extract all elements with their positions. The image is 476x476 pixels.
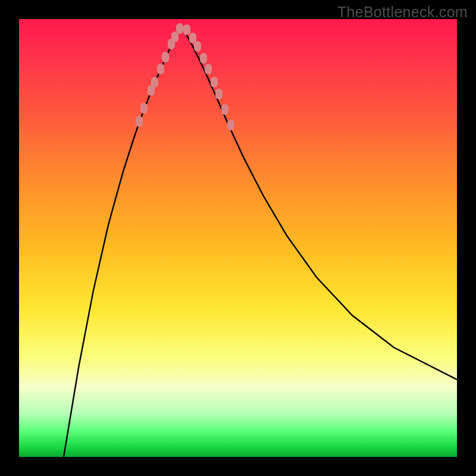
data-marker [136,116,143,127]
curve-svg [19,19,457,457]
data-marker [200,53,207,64]
data-marker [151,77,158,87]
data-marker [162,52,169,62]
watermark-text: TheBottleneck.com [337,4,468,21]
data-marker [176,23,183,34]
curve-right-branch [181,26,457,380]
chart-frame: TheBottleneck.com [0,0,476,476]
data-marker [189,33,196,43]
data-marker [211,77,218,87]
data-marker [157,64,164,74]
curve-left-branch [64,26,181,457]
plot-area [19,19,457,457]
data-marker [171,32,178,42]
data-marker [205,64,212,74]
data-marker [194,41,201,52]
data-marker [221,104,228,115]
data-marker [215,89,223,99]
data-marker [227,120,234,130]
data-marker [183,24,190,35]
data-markers [136,23,234,130]
data-marker [140,103,148,114]
